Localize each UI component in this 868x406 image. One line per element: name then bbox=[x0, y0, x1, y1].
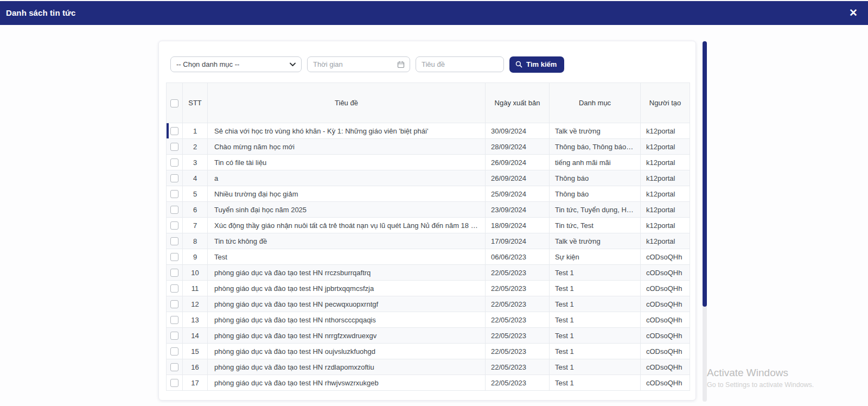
row-publish-date: 18/09/2024 bbox=[486, 218, 550, 233]
row-title: Tuyển sinh đại học năm 2025 bbox=[208, 202, 486, 218]
page-title: Danh sách tin tức bbox=[6, 8, 75, 17]
row-stt: 8 bbox=[183, 233, 208, 249]
table-row[interactable]: 15 phòng giáo dục và đào tạo test HN ouj… bbox=[167, 344, 690, 359]
row-creator: cODsoQHh bbox=[641, 375, 690, 391]
row-checkbox[interactable] bbox=[170, 206, 178, 214]
row-checkbox[interactable] bbox=[170, 347, 178, 356]
row-category: Sự kiện bbox=[550, 249, 641, 265]
row-checkbox[interactable] bbox=[170, 143, 178, 151]
row-checkbox[interactable] bbox=[170, 158, 178, 167]
table-row[interactable]: 8 Tin tức không đề 17/09/2024 Talk về tr… bbox=[167, 233, 690, 249]
title-search-field[interactable] bbox=[416, 57, 503, 72]
table-row[interactable]: 13 phòng giáo dục và đào tạo test HN nth… bbox=[167, 312, 690, 328]
row-publish-date: 22/05/2023 bbox=[486, 312, 550, 328]
row-stt: 7 bbox=[183, 218, 208, 233]
row-checkbox-cell bbox=[167, 344, 183, 359]
row-stt: 5 bbox=[183, 186, 208, 202]
select-all-checkbox[interactable] bbox=[170, 99, 178, 107]
row-checkbox-cell bbox=[167, 139, 183, 155]
row-title: Sẻ chia với học trò vùng khó khăn - Kỳ 1… bbox=[208, 123, 486, 139]
row-checkbox-cell bbox=[167, 186, 183, 202]
table-row[interactable]: 11 phòng giáo dục và đào tạo test HN jpb… bbox=[167, 281, 690, 296]
table-row[interactable]: 7 Xúc động thầy giáo nhận nuôi tất cả tr… bbox=[167, 218, 690, 233]
row-checkbox[interactable] bbox=[170, 127, 178, 135]
row-creator: cODsoQHh bbox=[641, 312, 690, 328]
row-creator: cODsoQHh bbox=[641, 328, 690, 344]
row-checkbox-cell bbox=[167, 218, 183, 233]
row-checkbox[interactable] bbox=[170, 379, 178, 387]
row-checkbox[interactable] bbox=[170, 332, 178, 340]
col-category: Danh mục bbox=[550, 83, 641, 123]
row-creator: cODsoQHh bbox=[641, 249, 690, 265]
table-row[interactable]: 16 phòng giáo dục và đào tạo test HN rzd… bbox=[167, 359, 690, 375]
row-category: Tin tức, Tuyển dụng, Học sinh bbox=[550, 202, 641, 218]
search-button[interactable]: Tìm kiếm bbox=[509, 56, 564, 73]
date-field[interactable] bbox=[308, 57, 410, 72]
row-creator: cODsoQHh bbox=[641, 344, 690, 359]
row-checkbox[interactable] bbox=[170, 253, 178, 261]
table-row[interactable]: 3 Tin có file tài liệu 26/09/2024 tiếng … bbox=[167, 155, 690, 170]
row-checkbox[interactable] bbox=[170, 284, 178, 293]
row-stt: 3 bbox=[183, 155, 208, 170]
category-select[interactable]: -- Chọn danh mục -- bbox=[170, 56, 302, 72]
row-title: phòng giáo dục và đào tạo test HN rrczsb… bbox=[208, 265, 486, 281]
row-checkbox[interactable] bbox=[170, 316, 178, 324]
row-stt: 12 bbox=[183, 296, 208, 312]
table-body: 1 Sẻ chia với học trò vùng khó khăn - Kỳ… bbox=[167, 123, 690, 391]
row-checkbox[interactable] bbox=[170, 190, 178, 198]
row-title: a bbox=[208, 170, 486, 186]
row-stt: 2 bbox=[183, 139, 208, 155]
modal-header: Danh sách tin tức ✕ bbox=[0, 1, 868, 25]
table-row[interactable]: 9 Test 06/06/2023 Sự kiện cODsoQHh bbox=[167, 249, 690, 265]
row-checkbox-cell bbox=[167, 123, 183, 139]
row-checkbox[interactable] bbox=[170, 221, 178, 230]
row-creator: cODsoQHh bbox=[641, 265, 690, 281]
row-publish-date: 17/09/2024 bbox=[486, 233, 550, 249]
row-checkbox-cell bbox=[167, 202, 183, 218]
row-publish-date: 26/09/2024 bbox=[486, 155, 550, 170]
row-checkbox[interactable] bbox=[170, 174, 178, 182]
row-title: Xúc động thầy giáo nhận nuôi tất cả trẻ … bbox=[208, 218, 486, 233]
row-publish-date: 06/06/2023 bbox=[486, 249, 550, 265]
row-creator: k12portal bbox=[641, 202, 690, 218]
select-all-cell bbox=[167, 83, 183, 123]
row-checkbox-cell bbox=[167, 328, 183, 344]
row-publish-date: 22/05/2023 bbox=[486, 265, 550, 281]
title-field-wrap bbox=[416, 56, 504, 72]
row-checkbox-cell bbox=[167, 312, 183, 328]
table-row[interactable]: 1 Sẻ chia với học trò vùng khó khăn - Kỳ… bbox=[167, 123, 690, 139]
row-stt: 1 bbox=[183, 123, 208, 139]
row-title: phòng giáo dục và đào tạo test HN nthors… bbox=[208, 312, 486, 328]
row-publish-date: 25/09/2024 bbox=[486, 186, 550, 202]
scrollbar-track[interactable] bbox=[703, 41, 707, 402]
col-title: Tiêu đề bbox=[208, 83, 486, 123]
row-checkbox-cell bbox=[167, 359, 183, 375]
row-publish-date: 22/05/2023 bbox=[486, 328, 550, 344]
row-stt: 15 bbox=[183, 344, 208, 359]
row-checkbox-cell bbox=[167, 170, 183, 186]
row-category: Tin tức, Test bbox=[550, 218, 641, 233]
row-category: Test 1 bbox=[550, 265, 641, 281]
row-category: Thông báo bbox=[550, 170, 641, 186]
table-row[interactable]: 4 a 26/09/2024 Thông báo k12portal bbox=[167, 170, 690, 186]
table-row[interactable]: 12 phòng giáo dục và đào tạo test HN pec… bbox=[167, 296, 690, 312]
close-icon[interactable]: ✕ bbox=[846, 6, 860, 20]
table-row[interactable]: 10 phòng giáo dục và đào tạo test HN rrc… bbox=[167, 265, 690, 281]
table-row[interactable]: 2 Chào mừng năm học mới 28/09/2024 Thông… bbox=[167, 139, 690, 155]
table-row[interactable]: 17 phòng giáo dục và đào tạo test HN rhw… bbox=[167, 375, 690, 391]
table-row[interactable]: 6 Tuyển sinh đại học năm 2025 23/09/2024… bbox=[167, 202, 690, 218]
row-category: Thông báo, Thông báo từ Sở bbox=[550, 139, 641, 155]
row-checkbox-cell bbox=[167, 296, 183, 312]
row-checkbox[interactable] bbox=[170, 363, 178, 371]
table-row[interactable]: 5 Nhiều trường đại học giảm 25/09/2024 T… bbox=[167, 186, 690, 202]
row-title: Test bbox=[208, 249, 486, 265]
scrollbar-thumb[interactable] bbox=[703, 41, 707, 307]
row-checkbox[interactable] bbox=[170, 237, 178, 245]
table-row[interactable]: 14 phòng giáo dục và đào tạo test HN nrr… bbox=[167, 328, 690, 344]
windows-watermark: Activate Windows Go to Settings to activ… bbox=[707, 367, 814, 389]
row-title: Tin tức không đề bbox=[208, 233, 486, 249]
row-checkbox[interactable] bbox=[170, 300, 178, 308]
row-checkbox[interactable] bbox=[170, 269, 178, 277]
table-header-row: STT Tiêu đề Ngày xuất bản Danh mục Người… bbox=[167, 83, 690, 123]
row-category: Talk về trường bbox=[550, 233, 641, 249]
